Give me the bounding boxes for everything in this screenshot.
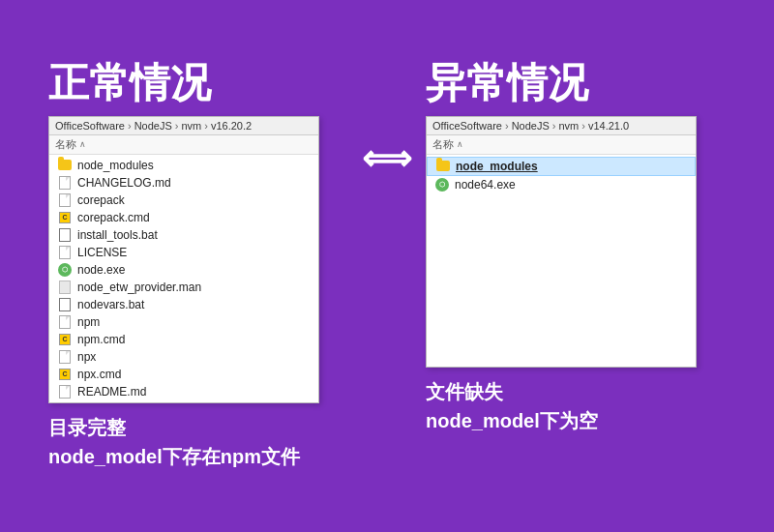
- file-name: nodevars.bat: [77, 298, 144, 311]
- left-caption: 目录完整 node_model下存在npm文件: [48, 413, 300, 471]
- right-file-list: node_modules⬡node64.exe: [427, 155, 696, 195]
- doc-icon: [59, 350, 71, 364]
- rbc4: v14.21.0: [588, 120, 629, 132]
- file-name: node_modules: [456, 160, 538, 173]
- right-sort-arrow: ∧: [457, 139, 463, 149]
- bc3: nvm: [181, 120, 201, 132]
- node-icon: ⬡: [435, 178, 449, 192]
- bc2: NodeJS: [134, 120, 172, 132]
- bc4: v16.20.2: [211, 120, 252, 132]
- left-caption-line2: node_model下存在npm文件: [48, 442, 300, 471]
- right-sort-bar: 名称 ∧: [427, 135, 696, 155]
- list-item[interactable]: node_modules: [427, 157, 696, 176]
- right-breadcrumb: OfficeSoftware › NodeJS › nvm › v14.21.0: [427, 117, 696, 135]
- left-file-explorer: OfficeSoftware › NodeJS › nvm › v16.20.2…: [48, 116, 319, 403]
- doc-icon: [59, 315, 71, 329]
- right-title: 异常情况: [426, 61, 588, 105]
- node-icon: ⬡: [58, 263, 72, 277]
- file-name: LICENSE: [77, 246, 127, 259]
- list-item[interactable]: ⬡node64.exe: [427, 176, 696, 193]
- right-file-explorer: OfficeSoftware › NodeJS › nvm › v14.21.0…: [426, 116, 697, 368]
- cmd-icon: C: [59, 212, 71, 223]
- file-name: npx.cmd: [77, 368, 121, 381]
- main-container: 正常情况 OfficeSoftware › NodeJS › nvm › v16…: [10, 42, 764, 489]
- right-caption-line2: node_model下为空: [426, 406, 598, 435]
- bat-icon: [59, 298, 71, 311]
- list-item[interactable]: node_etw_provider.man: [49, 279, 318, 296]
- file-name: node_modules: [77, 159, 154, 172]
- left-panel: 正常情况 OfficeSoftware › NodeJS › nvm › v16…: [48, 61, 348, 470]
- file-name: npm: [77, 315, 100, 329]
- list-item[interactable]: Ccorepack.cmd: [49, 209, 318, 226]
- man-icon: [59, 281, 71, 294]
- left-caption-line1: 目录完整: [48, 413, 300, 442]
- list-item[interactable]: npx: [49, 348, 318, 366]
- file-name: install_tools.bat: [77, 228, 158, 242]
- file-name: CHANGELOG.md: [77, 176, 171, 190]
- right-sort-label: 名称: [432, 137, 454, 152]
- list-item[interactable]: ⬡node.exe: [49, 261, 318, 279]
- left-sort-arrow: ∧: [79, 139, 86, 149]
- doc-icon: [59, 193, 71, 207]
- left-sort-label: 名称: [55, 137, 76, 152]
- file-name: npm.cmd: [77, 333, 125, 346]
- left-breadcrumb: OfficeSoftware › NodeJS › nvm › v16.20.2: [49, 117, 318, 135]
- rbc2: NodeJS: [512, 120, 550, 132]
- file-name: README.md: [77, 385, 146, 399]
- rbc3: nvm: [558, 120, 579, 132]
- doc-icon: [59, 385, 71, 399]
- double-arrow-icon: ⟺: [362, 138, 412, 179]
- folder-icon: [436, 161, 450, 171]
- list-item[interactable]: LICENSE: [49, 244, 318, 261]
- cmd-icon: C: [59, 334, 71, 345]
- left-sort-bar: 名称 ∧: [49, 135, 318, 155]
- right-caption-line1: 文件缺失: [426, 377, 598, 406]
- list-item[interactable]: README.md: [49, 383, 318, 400]
- right-caption: 文件缺失 node_model下为空: [426, 377, 598, 435]
- bat-icon: [59, 228, 71, 242]
- file-name: node.exe: [77, 263, 125, 277]
- list-item[interactable]: corepack: [49, 192, 318, 209]
- cmd-icon: C: [59, 369, 71, 380]
- file-name: node64.exe: [455, 178, 516, 192]
- list-item[interactable]: install_tools.bat: [49, 226, 318, 244]
- bc1: OfficeSoftware: [55, 120, 125, 132]
- list-item[interactable]: Cnpx.cmd: [49, 366, 318, 383]
- rbc1: OfficeSoftware: [432, 120, 502, 132]
- file-name: node_etw_provider.man: [77, 281, 201, 294]
- file-name: corepack: [77, 193, 125, 207]
- list-item[interactable]: npm: [49, 313, 318, 331]
- doc-icon: [59, 246, 71, 259]
- left-file-list: node_modulesCHANGELOG.mdcorepackCcorepac…: [49, 155, 318, 402]
- folder-icon: [58, 160, 72, 170]
- file-name: npx: [77, 350, 96, 364]
- doc-icon: [59, 176, 71, 190]
- list-item[interactable]: node_modules: [49, 157, 318, 174]
- list-item[interactable]: CHANGELOG.md: [49, 174, 318, 192]
- list-item[interactable]: nodevars.bat: [49, 296, 318, 313]
- right-panel: 异常情况 OfficeSoftware › NodeJS › nvm › v14…: [426, 61, 726, 434]
- arrow-section: ⟺: [348, 61, 426, 179]
- file-name: corepack.cmd: [77, 211, 150, 224]
- list-item[interactable]: Cnpm.cmd: [49, 331, 318, 348]
- left-title: 正常情况: [48, 61, 211, 105]
